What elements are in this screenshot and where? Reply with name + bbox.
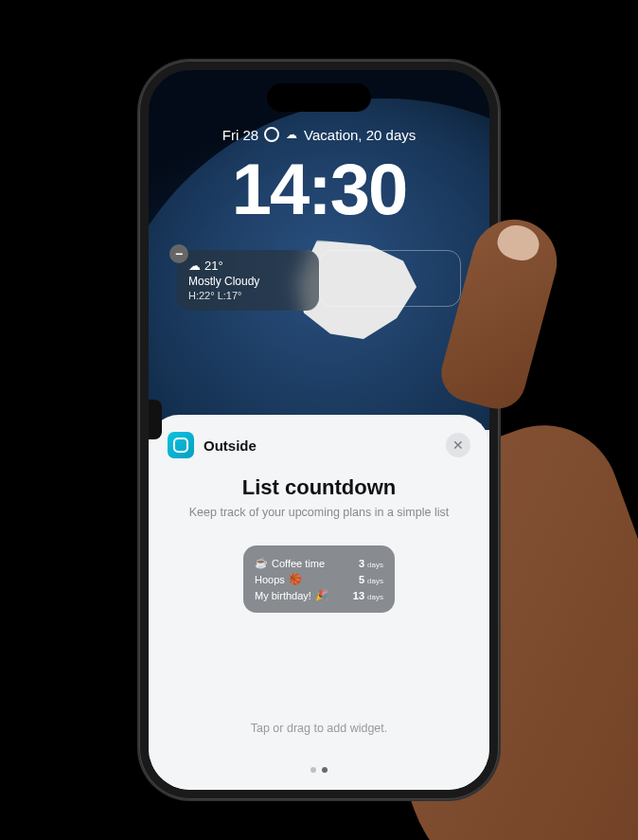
coffee-icon: ☕ — [255, 557, 268, 569]
close-button[interactable]: ✕ — [446, 433, 470, 457]
list-item: My birthday! 🎉 13 days — [255, 587, 383, 603]
page-dot-active — [322, 767, 328, 773]
list-item-count: 5 — [359, 574, 364, 585]
basketball-icon: 🏀 — [289, 573, 302, 585]
side-tab[interactable] — [149, 400, 162, 439]
empty-widget-slot[interactable] — [319, 250, 461, 307]
weather-temp: 21° — [204, 258, 223, 275]
list-item-label: My birthday! — [255, 590, 311, 601]
dynamic-island — [267, 83, 371, 112]
widget-gallery-sheet: Outside ✕ List countdown Keep track of y… — [149, 415, 489, 789]
lockscreen-complications-row[interactable]: Fri 28 ☁ Vacation, 20 days — [149, 127, 489, 143]
page-dot — [310, 767, 316, 773]
widget-preview[interactable]: ☕ Coffee time 3 days Hoops 🏀 5 — [243, 545, 395, 613]
list-item-unit: days — [367, 561, 383, 569]
iphone-frame: Fri 28 ☁ Vacation, 20 days 14:30 − ☁ 21°… — [139, 61, 499, 799]
lockscreen-date: Fri 28 — [222, 127, 258, 143]
lockscreen-event: Vacation, 20 days — [304, 127, 416, 143]
weather-glyph-icon: ☁ — [285, 128, 298, 141]
widget-title: List countdown — [168, 475, 470, 500]
iphone-screen: Fri 28 ☁ Vacation, 20 days 14:30 − ☁ 21°… — [149, 70, 489, 790]
activity-ring-icon — [264, 127, 279, 142]
close-icon: ✕ — [452, 438, 464, 453]
widget-subtitle: Keep track of your upcoming plans in a s… — [168, 506, 470, 519]
list-item-label: Hoops — [255, 574, 285, 585]
list-item-label: Coffee time — [272, 558, 325, 569]
list-item-count: 3 — [359, 558, 364, 569]
list-item: ☕ Coffee time 3 days — [255, 555, 383, 571]
page-indicator[interactable] — [310, 767, 328, 773]
cloud-icon: ☁ — [188, 258, 201, 275]
outside-app-icon — [168, 432, 194, 458]
party-icon: 🎉 — [315, 589, 328, 601]
list-item-unit: days — [367, 577, 383, 585]
weather-condition: Mostly Cloudy — [188, 274, 308, 289]
weather-widget[interactable]: ☁ 21° Mostly Cloudy H:22° L:17° — [177, 250, 319, 312]
remove-widget-button[interactable]: − — [169, 244, 188, 263]
list-item: Hoops 🏀 5 days — [255, 571, 383, 587]
lockscreen-clock[interactable]: 14:30 — [149, 148, 489, 230]
app-name-label: Outside — [204, 438, 436, 454]
list-item-unit: days — [367, 593, 383, 601]
weather-high-low: H:22° L:17° — [188, 289, 308, 303]
list-item-count: 13 — [353, 590, 364, 601]
add-widget-instruction: Tap or drag to add widget. — [168, 722, 470, 735]
